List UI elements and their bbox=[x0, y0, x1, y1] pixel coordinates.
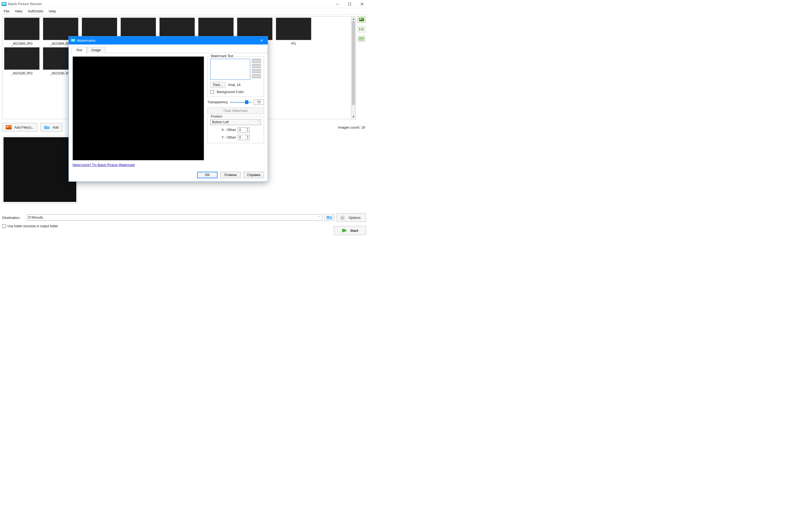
options-button[interactable]: Options bbox=[337, 213, 366, 222]
dialog-app-icon bbox=[71, 39, 75, 42]
svg-point-2 bbox=[3, 3, 4, 4]
add-folder-label: Add bbox=[53, 125, 59, 129]
image-icon bbox=[6, 125, 12, 129]
watermark-text-group: Watermark Text Font... Arial, 14 bbox=[207, 56, 264, 97]
preview-panel bbox=[2, 136, 78, 203]
destination-path: D:\Results bbox=[28, 216, 316, 219]
thumbnail[interactable]: PG bbox=[275, 18, 312, 46]
dialog-titlebar[interactable]: Watermarks ✕ bbox=[69, 36, 268, 44]
view-details-button[interactable] bbox=[358, 36, 365, 42]
destination-combo[interactable]: D:\Results ˅ bbox=[27, 214, 322, 221]
add-folder-button[interactable]: Add bbox=[40, 123, 62, 131]
transparency-value[interactable]: 70 bbox=[254, 100, 264, 105]
svg-rect-19 bbox=[340, 218, 341, 218]
start-label: Start bbox=[350, 229, 358, 233]
thumbnail-label: PG bbox=[291, 42, 296, 46]
position-label: Position bbox=[210, 114, 223, 118]
start-button[interactable]: Start bbox=[334, 226, 366, 235]
y-offset-value: 0 bbox=[238, 135, 246, 140]
watermark-text-label: Watermark Text bbox=[210, 54, 234, 58]
svg-rect-12 bbox=[361, 30, 364, 31]
svg-rect-18 bbox=[342, 219, 343, 220]
font-button[interactable]: Font... bbox=[210, 82, 225, 88]
help-button[interactable]: Справка bbox=[243, 172, 264, 178]
svg-rect-13 bbox=[359, 37, 364, 41]
view-list-button[interactable] bbox=[358, 26, 365, 32]
align-justify-button[interactable] bbox=[252, 74, 261, 78]
watermark-text-input[interactable] bbox=[210, 59, 250, 80]
menu-view[interactable]: View bbox=[12, 8, 25, 14]
gallery-scrollbar[interactable]: ▴ ▾ bbox=[351, 16, 356, 119]
app-icon bbox=[2, 2, 6, 6]
add-files-button[interactable]: Add File(s)... bbox=[2, 123, 38, 131]
tab-text[interactable]: Text bbox=[71, 47, 87, 53]
transparency-label: Transparency bbox=[207, 100, 228, 104]
thumbnail-image bbox=[4, 18, 40, 40]
preview-image bbox=[3, 137, 76, 202]
folder-icon bbox=[44, 125, 50, 129]
dialog-close-button[interactable]: ✕ bbox=[257, 39, 266, 42]
scroll-down-arrow[interactable]: ▾ bbox=[351, 114, 356, 119]
svg-rect-23 bbox=[341, 219, 342, 220]
svg-rect-21 bbox=[341, 216, 342, 217]
bgcolor-label: Background Color bbox=[217, 90, 244, 94]
watermarks-dialog: Watermarks ✕ Text Image Need more? Try B… bbox=[69, 36, 268, 182]
view-thumbnails-button[interactable] bbox=[358, 16, 365, 23]
dialog-button-row: OK Отмена Справка bbox=[69, 169, 268, 181]
menu-softorbits[interactable]: SoftOrbits bbox=[25, 8, 46, 14]
thumbnail-label: _4022893.JPG bbox=[11, 42, 33, 46]
svg-point-7 bbox=[359, 28, 360, 29]
align-center-button[interactable] bbox=[252, 64, 261, 68]
menu-help[interactable]: Help bbox=[46, 8, 59, 14]
svg-point-8 bbox=[359, 29, 360, 30]
thumbnail[interactable]: _4023180.JPG bbox=[3, 47, 40, 75]
align-left-button[interactable] bbox=[252, 59, 261, 63]
svg-rect-4 bbox=[348, 3, 351, 5]
menubar: File View SoftOrbits Help bbox=[0, 8, 368, 15]
y-offset-spinner[interactable]: 0 ▲▼ bbox=[238, 135, 250, 140]
dialog-tabs: Text Image bbox=[69, 44, 268, 53]
cancel-button[interactable]: Отмена bbox=[220, 172, 241, 178]
thumbnail[interactable]: _4022893.JPG bbox=[3, 18, 40, 46]
close-button[interactable] bbox=[356, 0, 368, 8]
position-combo[interactable]: Bottom Left ˅ bbox=[210, 119, 261, 125]
scroll-up-arrow[interactable]: ▴ bbox=[351, 16, 356, 21]
menu-file[interactable]: File bbox=[1, 8, 12, 14]
align-right-button[interactable] bbox=[252, 69, 261, 73]
svg-rect-3 bbox=[336, 4, 339, 4]
chevron-down-icon: ˅ bbox=[257, 120, 259, 124]
svg-point-9 bbox=[359, 30, 360, 31]
dialog-title: Watermarks bbox=[77, 39, 96, 42]
position-group: Position Bottom Left ˅ X - Offset 0 ▲▼ Y… bbox=[207, 117, 264, 143]
folder-structure-checkbox[interactable] bbox=[2, 224, 6, 228]
folder-structure-row: Use folder structure in output folder bbox=[2, 223, 58, 229]
font-description: Arial, 14 bbox=[228, 83, 240, 87]
bgcolor-checkbox[interactable] bbox=[210, 90, 214, 94]
svg-rect-24 bbox=[343, 219, 345, 220]
x-offset-label: X - Offset bbox=[222, 128, 236, 132]
thumbnail-image bbox=[4, 47, 40, 70]
y-offset-label: Y - Offset bbox=[222, 136, 236, 139]
svg-rect-27 bbox=[71, 39, 75, 41]
scroll-thumb[interactable] bbox=[352, 21, 355, 105]
transparency-slider[interactable] bbox=[230, 100, 252, 105]
view-mode-strip bbox=[358, 16, 367, 42]
svg-rect-10 bbox=[361, 28, 364, 28]
maximize-button[interactable] bbox=[343, 0, 356, 8]
y-down-arrow[interactable]: ▼ bbox=[246, 138, 249, 140]
titlebar: Batch Picture Resizer bbox=[0, 0, 368, 8]
images-count: Images count: 19 bbox=[338, 125, 366, 129]
browse-folder-button[interactable] bbox=[325, 214, 334, 221]
ok-button[interactable]: OK bbox=[197, 172, 218, 178]
x-offset-value: 0 bbox=[238, 127, 246, 132]
clear-watermark-button[interactable]: Clear Watermark bbox=[207, 108, 264, 114]
slider-knob[interactable] bbox=[245, 100, 248, 104]
thumbnail-label: _4023180.JPG bbox=[11, 71, 33, 75]
tab-image[interactable]: Image bbox=[87, 47, 105, 53]
x-down-arrow[interactable]: ▼ bbox=[246, 130, 249, 132]
text-align-buttons bbox=[252, 59, 261, 80]
upsell-link[interactable]: Need more? Try Batch Picture Watermark bbox=[73, 163, 204, 167]
x-offset-spinner[interactable]: 0 ▲▼ bbox=[238, 127, 250, 133]
svg-rect-22 bbox=[343, 216, 345, 217]
minimize-button[interactable] bbox=[331, 0, 343, 8]
